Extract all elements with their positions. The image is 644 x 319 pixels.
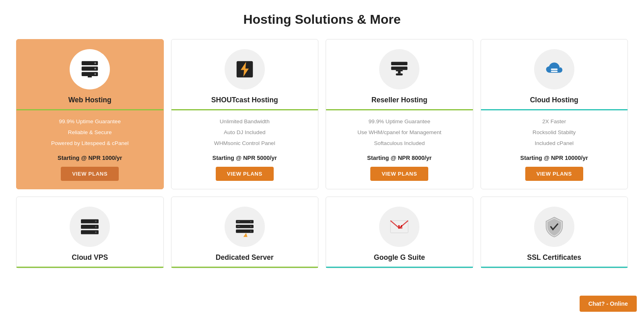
feature-item: WHMsonic Control Panel	[178, 138, 312, 149]
svg-point-3	[95, 62, 96, 64]
svg-point-20	[95, 226, 97, 227]
svg-rect-13	[396, 73, 403, 75]
feature-item: Powered by Litespeed & cPanel	[23, 138, 157, 149]
web-hosting-divider	[17, 109, 163, 110]
web-hosting-features: 99.9% Uptime GuaranteeReliable & SecureP…	[23, 116, 157, 149]
svg-rect-14	[551, 68, 557, 70]
reseller-hosting-title: Reseller Hosting	[332, 96, 466, 104]
svg-point-26	[250, 226, 251, 227]
google-gsuite-divider	[326, 267, 473, 268]
card-cloud-hosting: Cloud Hosting 2X FasterRocksolid Stabilt…	[481, 39, 628, 189]
cloud-vps-icon-wrap	[70, 207, 110, 247]
shoutcast-hosting-icon-wrap	[225, 49, 265, 89]
reseller-hosting-features: 99.9% Uptime GuaranteeUse WHM/cpanel for…	[332, 116, 466, 149]
card-shoutcast-hosting: SHOUTcast Hosting Unlimited BandwidthAut…	[171, 39, 319, 189]
svg-text:M: M	[398, 224, 402, 230]
dedicated-server-title: Dedicated Server	[178, 253, 312, 262]
card-web-hosting: Web Hosting 99.9% Uptime GuaranteeReliab…	[16, 39, 164, 189]
svg-rect-29	[237, 221, 240, 222]
svg-point-4	[95, 68, 96, 69]
google-gsuite-icon-wrap: M	[379, 207, 419, 247]
svg-point-5	[95, 73, 96, 75]
svg-rect-6	[88, 76, 92, 77]
hosting-row-1: Web Hosting 99.9% Uptime GuaranteeReliab…	[16, 39, 628, 189]
shoutcast-hosting-features: Unlimited BandwidthAuto DJ IncludedWHMso…	[178, 116, 312, 149]
reseller-hosting-icon-wrap	[379, 49, 419, 89]
card-cloud-vps: Cloud VPS	[16, 197, 164, 268]
reseller-hosting-price: Starting @ NPR 8000/yr	[332, 155, 466, 161]
svg-rect-10	[391, 66, 408, 70]
svg-point-21	[95, 231, 97, 233]
web-hosting-title: Web Hosting	[23, 96, 157, 104]
feature-item: Auto DJ Included	[178, 127, 312, 138]
cloud-hosting-title: Cloud Hosting	[487, 96, 621, 104]
feature-item: Unlimited Bandwidth	[178, 116, 312, 127]
reseller-hosting-view-plans-button[interactable]: VIEW PLANS	[370, 167, 428, 181]
dedicated-server-icon-wrap	[225, 207, 265, 247]
feature-item: Rocksolid Stabilty	[487, 127, 621, 138]
feature-item: 2X Faster	[487, 116, 621, 127]
feature-item: 99.9% Uptime Guarantee	[23, 116, 157, 127]
card-ssl-certificates: SSL Certificates	[481, 197, 628, 268]
reseller-hosting-divider	[326, 109, 473, 110]
svg-rect-15	[551, 70, 557, 72]
shoutcast-hosting-divider	[171, 109, 318, 110]
hosting-row-2: Cloud VPS Dedicated Server M Google G Su…	[16, 197, 628, 268]
cloud-hosting-price: Starting @ NPR 10000/yr	[487, 155, 621, 161]
dedicated-server-divider	[171, 267, 318, 268]
cloud-hosting-icon-wrap	[534, 49, 574, 89]
feature-item: 99.9% Uptime Guarantee	[332, 116, 466, 127]
svg-point-27	[250, 230, 251, 232]
card-reseller-hosting: Reseller Hosting 99.9% Uptime GuaranteeU…	[326, 39, 473, 189]
feature-item: Softaculous Included	[332, 138, 466, 149]
card-dedicated-server: Dedicated Server	[171, 197, 319, 268]
feature-item: Included cPanel	[487, 138, 621, 149]
svg-rect-30	[237, 226, 240, 227]
web-hosting-view-plans-button[interactable]: VIEW PLANS	[61, 167, 119, 181]
svg-point-19	[95, 220, 97, 222]
svg-marker-28	[243, 233, 247, 237]
web-hosting-price: Starting @ NPR 1000/yr	[23, 155, 157, 161]
svg-rect-11	[396, 70, 403, 71]
feature-item: Reliable & Secure	[23, 127, 157, 138]
svg-rect-9	[391, 62, 408, 65]
chat-button[interactable]: Chat? - Online	[580, 296, 637, 312]
cloud-hosting-divider	[481, 109, 628, 110]
cloud-vps-divider	[17, 267, 163, 268]
svg-rect-12	[398, 71, 401, 73]
card-google-gsuite: M Google G Suite	[326, 197, 473, 268]
svg-point-25	[250, 221, 251, 222]
shoutcast-hosting-view-plans-button[interactable]: VIEW PLANS	[216, 167, 274, 181]
page-title: Hosting Solutions & More	[16, 12, 628, 27]
feature-item: Use WHM/cpanel for Management	[332, 127, 466, 138]
ssl-certificates-divider	[481, 267, 628, 268]
cloud-vps-title: Cloud VPS	[23, 253, 157, 262]
shoutcast-hosting-price: Starting @ NPR 5000/yr	[178, 155, 312, 161]
google-gsuite-title: Google G Suite	[332, 253, 466, 262]
web-hosting-icon-wrap	[70, 49, 110, 89]
cloud-hosting-view-plans-button[interactable]: VIEW PLANS	[525, 167, 583, 181]
ssl-certificates-title: SSL Certificates	[487, 253, 621, 262]
cloud-hosting-features: 2X FasterRocksolid StabiltyIncluded cPan…	[487, 116, 621, 149]
ssl-certificates-icon-wrap	[534, 207, 574, 247]
shoutcast-hosting-title: SHOUTcast Hosting	[178, 96, 312, 104]
